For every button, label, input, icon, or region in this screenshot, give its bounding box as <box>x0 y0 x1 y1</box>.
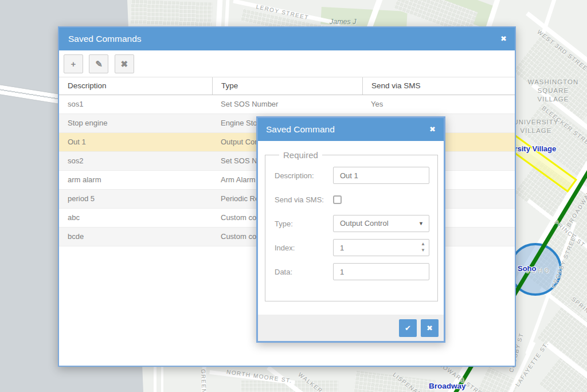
edit-command-button[interactable]: ✎ <box>89 54 108 73</box>
sms-label: Send via SMS: <box>275 195 333 204</box>
table-header: Description Type Send via SMS <box>59 77 515 95</box>
spinner-up-icon[interactable]: ▲ <box>421 241 425 247</box>
index-field-row: Index: ▲ ▼ <box>275 239 429 256</box>
cell-description: sos1 <box>59 95 212 113</box>
checkmark-icon: ✔ <box>405 324 411 332</box>
table-row[interactable]: sos1 Set SOS Number Yes <box>59 95 515 114</box>
road <box>154 366 156 392</box>
road <box>161 366 163 392</box>
x-icon: ✖ <box>121 59 128 69</box>
column-header-type[interactable]: Type <box>212 77 362 95</box>
poi-label-broadway: Broadway <box>429 382 466 390</box>
required-legend: Required <box>279 150 322 160</box>
saved-command-header[interactable]: Saved Command ✖ <box>258 118 444 141</box>
saved-commands-title: Saved Commands <box>68 34 142 44</box>
type-select[interactable]: Output Control ▼ <box>333 215 429 232</box>
spinner-arrows[interactable]: ▲ ▼ <box>421 241 425 253</box>
chevron-down-icon: ▼ <box>418 215 424 232</box>
description-input[interactable] <box>333 167 429 184</box>
index-label: Index: <box>275 244 333 252</box>
cell-type: Set SOS Number <box>212 95 362 113</box>
type-label: Type: <box>275 219 333 228</box>
plus-icon: + <box>71 59 76 69</box>
saved-command-footer: ✔ ✖ <box>258 315 444 341</box>
data-field-row: Data: <box>275 263 429 280</box>
column-header-description[interactable]: Description <box>59 77 212 95</box>
saved-command-title: Saved Command <box>266 124 335 134</box>
cell-sms: Yes <box>362 95 515 113</box>
sms-checkbox[interactable] <box>333 195 342 204</box>
spinner-down-icon[interactable]: ▼ <box>421 247 425 253</box>
data-input[interactable] <box>333 263 429 280</box>
pencil-icon: ✎ <box>95 59 103 69</box>
commands-toolbar: + ✎ ✖ <box>59 50 515 77</box>
sms-field-row: Send via SMS: <box>275 191 429 208</box>
cell-description: period 5 <box>59 190 212 208</box>
description-label: Description: <box>275 171 333 180</box>
close-icon[interactable]: ✖ <box>429 118 436 141</box>
park-label-james-j: James J <box>330 18 357 26</box>
required-fieldset: Required Description: Send via SMS: Type… <box>265 150 438 301</box>
cell-description: arm alarm <box>59 171 212 189</box>
cell-description: Stop engine <box>59 114 212 132</box>
type-select-value: Output Control <box>340 219 389 228</box>
building-block <box>130 0 212 26</box>
index-input[interactable] <box>333 239 429 256</box>
cancel-button[interactable]: ✖ <box>421 319 439 337</box>
saved-command-dialog: Saved Command ✖ Required Description: Se… <box>256 116 445 343</box>
area-label-washington-square-village: WASHINGTON SQUARE VILLAGE <box>518 78 587 104</box>
column-header-sms[interactable]: Send via SMS <box>362 77 515 95</box>
confirm-button[interactable]: ✔ <box>399 319 417 337</box>
cell-description: abc <box>59 209 212 227</box>
index-spinner: ▲ ▼ <box>333 239 429 256</box>
poi-label-soho: Soho <box>518 264 537 273</box>
cell-description: Out 1 <box>59 133 212 151</box>
add-command-button[interactable]: + <box>64 54 83 73</box>
saved-commands-header[interactable]: Saved Commands ✖ <box>59 28 515 50</box>
description-field-row: Description: <box>275 167 429 184</box>
type-field-row: Type: Output Control ▼ <box>275 215 429 232</box>
cell-description: bcde <box>59 228 212 246</box>
street-label-greenwich: GREENWICH ST <box>200 369 208 392</box>
x-icon: ✖ <box>426 324 433 332</box>
cell-description: sos2 <box>59 152 212 170</box>
close-icon[interactable]: ✖ <box>500 28 507 50</box>
delete-command-button[interactable]: ✖ <box>115 54 134 73</box>
data-label: Data: <box>275 268 333 276</box>
